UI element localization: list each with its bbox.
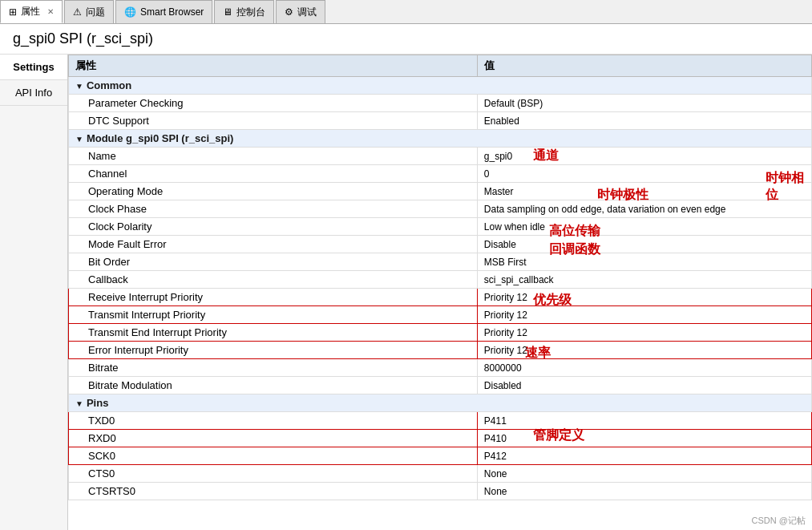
property-cell: Channel xyxy=(69,165,478,183)
smart-browser-tab-label: Smart Browser xyxy=(140,6,204,18)
issues-tab-icon: ⚠ xyxy=(73,6,82,18)
issues-tab-label: 问题 xyxy=(86,6,105,19)
table-row[interactable]: Error Interrupt PriorityPriority 12 xyxy=(69,342,812,359)
app-container: ⊞ 属性 ✕ ⚠ 问题 🌐 Smart Browser 🖥 控制台 ⚙ 调试 g… xyxy=(0,0,812,530)
table-row[interactable]: ▼Common xyxy=(69,77,812,95)
property-cell: Bitrate xyxy=(69,359,478,377)
group-cell: ▼Module g_spi0 SPI (r_sci_spi) xyxy=(69,130,812,148)
page-title: g_spi0 SPI (r_sci_spi) xyxy=(0,24,812,55)
table-row[interactable]: TXD0P411 xyxy=(69,412,812,430)
smart-browser-tab-icon: 🌐 xyxy=(124,6,136,18)
property-cell: Transmit Interrupt Priority xyxy=(69,306,478,324)
table-row[interactable]: Clock PolarityLow when idle xyxy=(69,218,812,236)
table-row[interactable]: CTSRTS0None xyxy=(69,483,812,500)
property-cell: CTSRTS0 xyxy=(69,483,478,500)
value-cell[interactable]: None xyxy=(477,465,811,483)
property-cell: DTC Support xyxy=(69,112,478,130)
table-row[interactable]: ▼Module g_spi0 SPI (r_sci_spi) xyxy=(69,130,812,148)
property-cell: Bit Order xyxy=(69,253,478,271)
sidebar-item-settings[interactable]: Settings xyxy=(0,55,67,80)
table-row[interactable]: Callbacksci_spi_callback xyxy=(69,271,812,289)
group-cell: ▼Pins xyxy=(69,394,812,412)
table-row[interactable]: Bitrate ModulationDisabled xyxy=(69,377,812,394)
value-cell[interactable]: Disable xyxy=(477,236,811,253)
console-tab-label: 控制台 xyxy=(236,6,265,19)
sidebar: Settings API Info xyxy=(0,55,68,530)
tab-issues[interactable]: ⚠ 问题 xyxy=(64,0,114,23)
value-cell[interactable]: Low when idle xyxy=(477,218,811,236)
value-cell[interactable]: 0 xyxy=(477,165,811,183)
table-row[interactable]: DTC SupportEnabled xyxy=(69,112,812,130)
value-cell[interactable]: P410 xyxy=(477,430,811,447)
property-cell: Name xyxy=(69,148,478,165)
table-row[interactable]: Transmit End Interrupt PriorityPriority … xyxy=(69,324,812,342)
value-cell[interactable]: Master xyxy=(477,183,811,200)
property-cell: Clock Polarity xyxy=(69,218,478,236)
table-row[interactable]: ▼Pins xyxy=(69,394,812,412)
table-row[interactable]: Nameg_spi0 xyxy=(69,148,812,165)
tab-bar: ⊞ 属性 ✕ ⚠ 问题 🌐 Smart Browser 🖥 控制台 ⚙ 调试 xyxy=(0,0,812,24)
property-cell: Error Interrupt Priority xyxy=(69,342,478,359)
table-row[interactable]: Clock PhaseData sampling on odd edge, da… xyxy=(69,200,812,218)
value-cell[interactable]: None xyxy=(477,483,811,500)
table-header-row: 属性 值 xyxy=(69,55,812,77)
properties-tab-close[interactable]: ✕ xyxy=(47,7,54,16)
value-cell[interactable]: Disabled xyxy=(477,377,811,394)
table-row[interactable]: CTS0None xyxy=(69,465,812,483)
value-cell[interactable]: g_spi0 xyxy=(477,148,811,165)
value-cell[interactable]: MSB First xyxy=(477,253,811,271)
tab-console[interactable]: 🖥 控制台 xyxy=(214,0,274,23)
property-cell: Bitrate Modulation xyxy=(69,377,478,394)
debug-tab-icon: ⚙ xyxy=(285,6,293,18)
properties-table: 属性 值 ▼CommonParameter CheckingDefault (B… xyxy=(68,55,812,500)
property-cell: Parameter Checking xyxy=(69,95,478,112)
table-row[interactable]: Parameter CheckingDefault (BSP) xyxy=(69,95,812,112)
properties-tab-label: 属性 xyxy=(21,5,40,18)
table-row[interactable]: Bit OrderMSB First xyxy=(69,253,812,271)
table-row[interactable]: Mode Fault ErrorDisable xyxy=(69,236,812,253)
property-cell: Clock Phase xyxy=(69,200,478,218)
table-row[interactable]: Channel0 xyxy=(69,165,812,183)
value-cell[interactable]: Default (BSP) xyxy=(477,95,811,112)
properties-area[interactable]: 属性 值 ▼CommonParameter CheckingDefault (B… xyxy=(68,55,812,530)
console-tab-icon: 🖥 xyxy=(223,6,232,18)
property-cell: RXD0 xyxy=(69,430,478,447)
tab-debug[interactable]: ⚙ 调试 xyxy=(276,0,325,23)
value-cell[interactable]: 8000000 xyxy=(477,359,811,377)
group-cell: ▼Common xyxy=(69,77,812,95)
value-cell[interactable]: Priority 12 xyxy=(477,306,811,324)
table-row[interactable]: Bitrate8000000 xyxy=(69,359,812,377)
debug-tab-label: 调试 xyxy=(297,6,317,19)
property-cell: Transmit End Interrupt Priority xyxy=(69,324,478,342)
col-header-property: 属性 xyxy=(69,55,478,77)
property-cell: Receive Interrupt Priority xyxy=(69,289,478,306)
value-cell[interactable]: Priority 12 xyxy=(477,324,811,342)
value-cell[interactable]: P412 xyxy=(477,447,811,465)
tab-properties[interactable]: ⊞ 属性 ✕ xyxy=(0,0,63,23)
value-cell[interactable]: Priority 12 xyxy=(477,342,811,359)
property-cell: CTS0 xyxy=(69,465,478,483)
value-cell[interactable]: P411 xyxy=(477,412,811,430)
sidebar-item-api-info[interactable]: API Info xyxy=(0,80,67,106)
property-cell: Operating Mode xyxy=(69,183,478,200)
value-cell[interactable]: sci_spi_callback xyxy=(477,271,811,289)
property-cell: Mode Fault Error xyxy=(69,236,478,253)
main-content: Settings API Info 属性 值 ▼CommonParameter … xyxy=(0,55,812,530)
table-row[interactable]: Operating ModeMaster xyxy=(69,183,812,200)
property-cell: SCK0 xyxy=(69,447,478,465)
value-cell[interactable]: Priority 12 xyxy=(477,289,811,306)
properties-tab-icon: ⊞ xyxy=(9,6,17,18)
table-row[interactable]: SCK0P412 xyxy=(69,447,812,465)
value-cell[interactable]: Data sampling on odd edge, data variatio… xyxy=(477,200,811,218)
table-row[interactable]: Transmit Interrupt PriorityPriority 12 xyxy=(69,306,812,324)
watermark: CSDN @记帖 xyxy=(752,515,806,527)
table-row[interactable]: Receive Interrupt PriorityPriority 12 xyxy=(69,289,812,306)
property-cell: Callback xyxy=(69,271,478,289)
tab-smart-browser[interactable]: 🌐 Smart Browser xyxy=(115,0,212,23)
value-cell[interactable]: Enabled xyxy=(477,112,811,130)
table-row[interactable]: RXD0P410 xyxy=(69,430,812,447)
property-cell: TXD0 xyxy=(69,412,478,430)
col-header-value: 值 xyxy=(477,55,811,77)
